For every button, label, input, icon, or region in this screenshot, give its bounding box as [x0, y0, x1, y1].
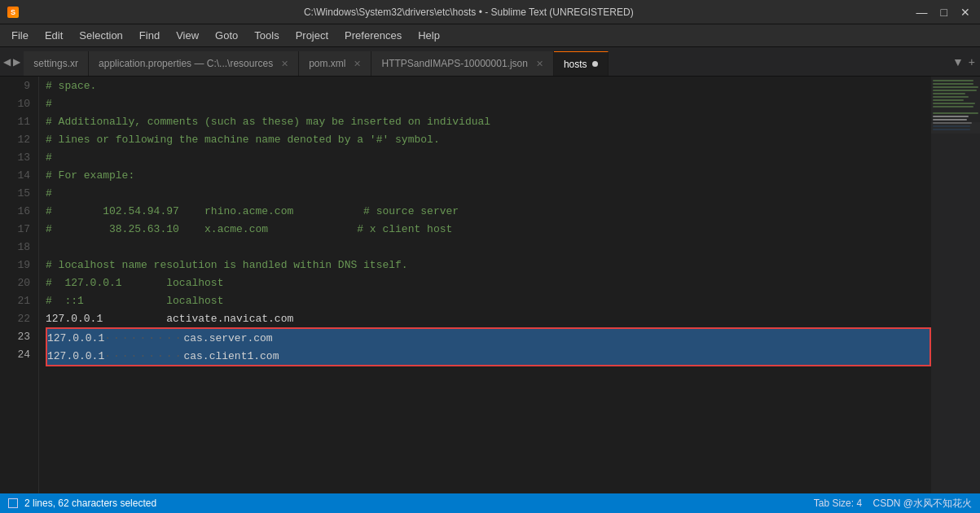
- svg-rect-6: [933, 99, 964, 101]
- status-left: 2 lines, 62 characters selected: [8, 498, 156, 509]
- code-line-10: #: [46, 94, 931, 112]
- close-button[interactable]: ✕: [957, 6, 973, 19]
- svg-rect-8: [933, 106, 973, 107]
- svg-rect-11: [933, 119, 967, 121]
- menu-tools[interactable]: Tools: [246, 26, 287, 45]
- code-line-20: # 127.0.0.1 localhost: [46, 274, 931, 292]
- svg-rect-1: [933, 83, 973, 85]
- svg-rect-7: [933, 103, 975, 104]
- code-content[interactable]: # space. # # Additionally, comments (suc…: [39, 77, 931, 493]
- tab-label: hosts: [564, 59, 587, 70]
- line-num-24: 24: [0, 345, 38, 363]
- menu-goto[interactable]: Goto: [207, 26, 246, 45]
- tab-app-properties[interactable]: application.properties — C:\...\resource…: [89, 51, 299, 76]
- code-line-16: # 102.54.94.97 rhino.acme.com # source s…: [46, 202, 931, 220]
- title-bar: S C:\Windows\System32\drivers\etc\hosts …: [0, 0, 980, 24]
- line-num-16: 16: [0, 202, 38, 220]
- menu-bar: File Edit Selection Find View Goto Tools…: [0, 24, 980, 47]
- line-num-19: 19: [0, 256, 38, 274]
- svg-rect-3: [933, 90, 977, 91]
- svg-rect-4: [933, 93, 965, 94]
- code-line-17: # 38.25.63.10 x.acme.com # x client host: [46, 220, 931, 238]
- tab-settings[interactable]: settings.xr: [24, 51, 89, 76]
- code-line-22: 127.0.0.1 activate.navicat.com: [46, 309, 931, 327]
- tab-overflow-icon[interactable]: ▼: [952, 55, 964, 68]
- code-line-21: # ::1 localhost: [46, 292, 931, 309]
- dirty-indicator: [592, 61, 598, 67]
- sublime-icon: S: [7, 6, 20, 19]
- selection-info: 2 lines, 62 characters selected: [24, 498, 156, 509]
- window-controls: — □ ✕: [913, 6, 973, 19]
- line-num-14: 14: [0, 166, 38, 184]
- minimap[interactable]: [931, 77, 980, 493]
- menu-selection[interactable]: Selection: [71, 26, 130, 45]
- tab-hosts[interactable]: hosts: [554, 51, 609, 76]
- tab-size-info[interactable]: Tab Size: 4: [814, 498, 862, 509]
- tab-close-icon[interactable]: ✕: [281, 59, 288, 69]
- line-num-15: 15: [0, 184, 38, 202]
- tab-label: HTTPSandIMAPS-10000001.json: [381, 58, 527, 69]
- editor-area: 9 10 11 12 13 14 15 16 17 18 19 20 21 22…: [0, 77, 980, 493]
- code-line-19: # localhost name resolution is handled w…: [46, 256, 931, 274]
- menu-file[interactable]: File: [3, 26, 37, 45]
- right-text: CSDN @水风不知花火: [872, 498, 972, 509]
- line-num-10: 10: [0, 94, 38, 112]
- menu-view[interactable]: View: [168, 26, 207, 45]
- code-line-11: # Additionally, comments (such as these)…: [46, 112, 931, 130]
- window-title: C:\Windows\System32\drivers\etc\hosts • …: [24, 7, 913, 18]
- minimize-button[interactable]: —: [913, 6, 931, 19]
- maximize-button[interactable]: □: [938, 6, 951, 19]
- svg-rect-15: [931, 122, 980, 134]
- menu-project[interactable]: Project: [288, 26, 336, 45]
- status-checkbox: [8, 498, 18, 508]
- status-bar: 2 lines, 62 characters selected Tab Size…: [0, 493, 980, 513]
- line-num-9: 9: [0, 77, 38, 94]
- line-num-23: 23: [0, 327, 38, 345]
- tab-label: settings.xr: [33, 58, 78, 69]
- line-num-20: 20: [0, 274, 38, 292]
- code-line-13: #: [46, 148, 931, 166]
- line-num-22: 22: [0, 309, 38, 327]
- code-line-15: #: [46, 184, 931, 202]
- tab-pom[interactable]: pom.xml ✕: [299, 51, 371, 76]
- svg-rect-9: [933, 112, 978, 114]
- code-line-24: 127.0.0.1·········cas.client1.com: [47, 347, 929, 365]
- svg-rect-0: [933, 80, 973, 81]
- menu-edit[interactable]: Edit: [37, 26, 71, 45]
- code-line-18: [46, 238, 931, 256]
- tab-close-icon[interactable]: ✕: [354, 59, 361, 69]
- tab-add-icon[interactable]: +: [969, 55, 975, 68]
- code-line-9: # space.: [46, 77, 931, 94]
- tab-https[interactable]: HTTPSandIMAPS-10000001.json ✕: [371, 51, 553, 76]
- tab-close-icon[interactable]: ✕: [536, 59, 543, 69]
- code-line-14: # For example:: [46, 166, 931, 184]
- menu-help[interactable]: Help: [410, 26, 448, 45]
- code-line-23: 127.0.0.1·········cas.server.com: [47, 329, 929, 347]
- line-num-12: 12: [0, 130, 38, 148]
- svg-rect-2: [933, 86, 978, 88]
- svg-rect-5: [933, 96, 969, 98]
- line-num-13: 13: [0, 148, 38, 166]
- line-num-11: 11: [0, 112, 38, 130]
- line-num-17: 17: [0, 220, 38, 238]
- menu-find[interactable]: Find: [131, 26, 168, 45]
- tab-bar-right: ▼ +: [947, 47, 980, 76]
- status-right: Tab Size: 4 CSDN @水风不知花火: [814, 497, 972, 511]
- line-num-18: 18: [0, 238, 38, 256]
- tab-label: pom.xml: [309, 58, 345, 69]
- line-num-21: 21: [0, 292, 38, 309]
- code-line-12: # lines or following the machine name de…: [46, 130, 931, 148]
- menu-preferences[interactable]: Preferences: [336, 26, 410, 45]
- tab-nav-left[interactable]: ◀ ▶: [0, 47, 24, 76]
- line-numbers: 9 10 11 12 13 14 15 16 17 18 19 20 21 22…: [0, 77, 39, 493]
- svg-rect-10: [933, 116, 969, 117]
- tab-bar: ◀ ▶ settings.xr application.properties —…: [0, 47, 980, 77]
- tab-label: application.properties — C:\...\resource…: [99, 58, 273, 69]
